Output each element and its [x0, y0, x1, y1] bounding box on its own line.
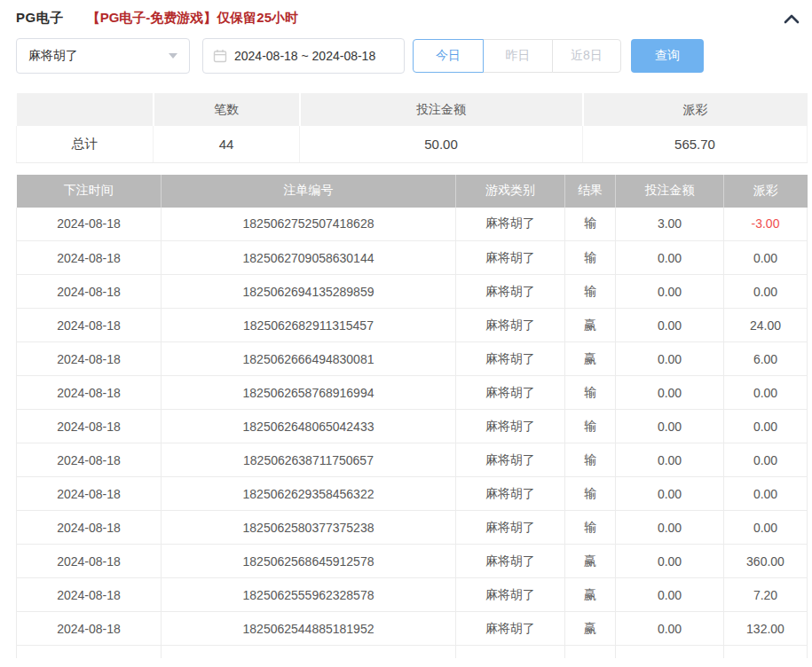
chevron-down-icon [169, 53, 177, 59]
cell-result: 赢 [565, 545, 616, 578]
cell-payout: 7.20 [724, 578, 808, 612]
table-row: 2024-08-18 1825062658768916994 麻将胡了 输 0.… [17, 376, 808, 410]
cell-bet-id: 1825062709058630144 [162, 241, 456, 275]
table-row: 2024-08-18 1825062568645912578 麻将胡了 赢 0.… [17, 545, 808, 578]
cell-payout: 0.00 [724, 477, 808, 511]
table-row: 2024-08-18 1825062648065042433 麻将胡了 输 0.… [17, 410, 808, 443]
cell-game-type: 麻将胡了 [456, 208, 565, 241]
cell-bet-id: 1825062682911315457 [162, 309, 456, 342]
summary-header-count: 笔数 [154, 93, 300, 126]
game-select[interactable]: 麻将胡了 [16, 38, 190, 74]
cell-payout: 0.00 [724, 443, 808, 477]
cell-bet-id: 1825062694135289859 [162, 275, 456, 309]
retention-notice: 【PG电子-免费游戏】仅保留25小时 [87, 10, 298, 27]
bet-records-table: 下注时间 注单编号 游戏类别 结果 投注金额 派彩 2024-08-18 182… [16, 175, 808, 658]
table-row: 2024-08-18 1825062555962328578 麻将胡了 赢 0.… [17, 578, 808, 612]
cell-bet-time: 2024-08-18 [17, 612, 162, 646]
cell-bet-amount: 0.00 [616, 275, 724, 309]
quick-button-today[interactable]: 今日 [413, 39, 484, 73]
chevron-up-icon [784, 13, 800, 24]
cell-bet-id: 1825062666494830081 [162, 342, 456, 376]
cell-bet-time: 2024-08-18 [17, 241, 162, 275]
panel-header: PG电子 【PG电子-免费游戏】仅保留25小时 [16, 0, 808, 21]
cell-payout: 0.00 [724, 376, 808, 410]
game-select-value: 麻将胡了 [28, 48, 78, 64]
table-row: 2024-08-18 1825062629358456322 麻将胡了 输 0.… [17, 477, 808, 511]
cell-bet-amount: 0.00 [616, 342, 724, 376]
column-header-bet-amount: 投注金额 [616, 175, 724, 208]
date-range-value: 2024-08-18 ~ 2024-08-18 [234, 49, 375, 63]
cell-bet-time: 2024-08-18 [17, 578, 162, 612]
cell-result: 输 [565, 208, 616, 241]
collapse-panel-button[interactable] [783, 10, 800, 27]
column-header-bet-time: 下注时间 [17, 175, 162, 208]
cell-game-type: 麻将胡了 [456, 275, 565, 309]
summary-total-bet-amount: 50.00 [300, 126, 583, 162]
cell-game-type: 麻将胡了 [456, 410, 565, 443]
cell-result: 输 [565, 410, 616, 443]
summary-header-empty [17, 93, 154, 126]
summary-total-count: 44 [154, 126, 300, 162]
cell-bet-amount: 0.00 [616, 477, 724, 511]
table-row: 2024-08-18 1825062694135289859 麻将胡了 输 0.… [17, 275, 808, 309]
cell-result: 输 [565, 477, 616, 511]
cell-payout: -3.00 [724, 208, 808, 241]
cell-bet-amount: 0.00 [616, 545, 724, 578]
cell-bet-amount: 0.00 [616, 376, 724, 410]
cell-result: 赢 [565, 578, 616, 612]
cell-result: 赢 [565, 309, 616, 342]
cell-payout [724, 646, 808, 658]
cell-result: 输 [565, 443, 616, 477]
cell-payout: 0.00 [724, 511, 808, 545]
quick-date-button-group: 今日 昨日 近8日 [413, 39, 621, 73]
cell-result: 输 [565, 511, 616, 545]
cell-bet-amount: 0.00 [616, 241, 724, 275]
cell-bet-time: 2024-08-18 [17, 376, 162, 410]
cell-bet-amount [616, 646, 724, 658]
cell-game-type: 麻将胡了 [456, 612, 565, 646]
cell-game-type: 麻将胡了 [456, 342, 565, 376]
cell-game-type: 麻将胡了 [456, 241, 565, 275]
table-row: 2024-08-18 1825062682911315457 麻将胡了 赢 0.… [17, 309, 808, 342]
cell-bet-time [17, 646, 162, 658]
date-range-input[interactable]: 2024-08-18 ~ 2024-08-18 [202, 38, 405, 74]
cell-game-type [456, 646, 565, 658]
cell-bet-id: 1825062629358456322 [162, 477, 456, 511]
cell-bet-id: 1825062568645912578 [162, 545, 456, 578]
cell-bet-time: 2024-08-18 [17, 477, 162, 511]
quick-button-last8days[interactable]: 近8日 [552, 39, 621, 73]
cell-result [565, 646, 616, 658]
summary-table: 笔数 投注金额 派彩 总计 44 50.00 565.70 [16, 93, 808, 163]
cell-result: 输 [565, 241, 616, 275]
cell-payout: 6.00 [724, 342, 808, 376]
cell-bet-amount: 3.00 [616, 208, 724, 241]
quick-button-yesterday[interactable]: 昨日 [484, 39, 553, 73]
bet-table-header: 下注时间 注单编号 游戏类别 结果 投注金额 派彩 [17, 175, 808, 208]
cell-game-type: 麻将胡了 [456, 545, 565, 578]
table-row: 2024-08-18 1825062666494830081 麻将胡了 赢 0.… [17, 342, 808, 376]
cell-bet-id: 1825062555962328578 [162, 578, 456, 612]
cell-game-type: 麻将胡了 [456, 511, 565, 545]
table-row [17, 646, 808, 658]
bet-table-body: 2024-08-18 1825062752507418628 麻将胡了 输 3.… [17, 208, 808, 658]
cell-bet-amount: 0.00 [616, 578, 724, 612]
cell-result: 输 [565, 275, 616, 309]
table-row: 2024-08-18 1825062638711750657 麻将胡了 输 0.… [17, 443, 808, 477]
cell-bet-amount: 0.00 [616, 443, 724, 477]
cell-result: 赢 [565, 612, 616, 646]
summary-total-payout: 565.70 [583, 126, 808, 162]
cell-bet-time: 2024-08-18 [17, 309, 162, 342]
cell-bet-id: 1825062648065042433 [162, 410, 456, 443]
cell-bet-id: 1825062580377375238 [162, 511, 456, 545]
summary-total-label: 总计 [17, 126, 154, 162]
cell-bet-time: 2024-08-18 [17, 342, 162, 376]
cell-result: 输 [565, 376, 616, 410]
table-row: 2024-08-18 1825062709058630144 麻将胡了 输 0.… [17, 241, 808, 275]
cell-bet-amount: 0.00 [616, 511, 724, 545]
table-row: 2024-08-18 1825062752507418628 麻将胡了 输 3.… [17, 208, 808, 241]
search-button[interactable]: 查询 [631, 39, 704, 73]
cell-bet-id [162, 646, 456, 658]
cell-result: 赢 [565, 342, 616, 376]
table-row: 2024-08-18 1825062544885181952 麻将胡了 赢 0.… [17, 612, 808, 646]
cell-bet-id: 1825062638711750657 [162, 443, 456, 477]
